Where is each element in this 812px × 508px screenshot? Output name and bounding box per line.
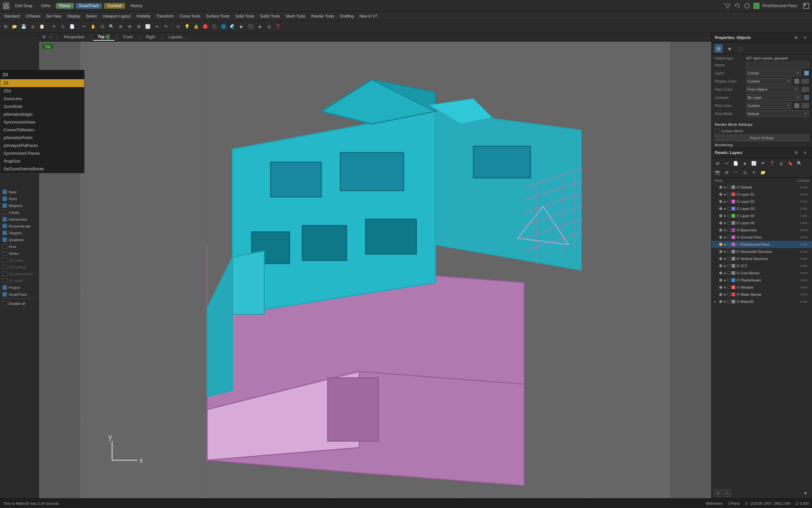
menu-transform[interactable]: Transform — [154, 13, 176, 19]
autocomplete-item-zoomends[interactable]: ZoomEnds — [0, 103, 84, 111]
layer-make2d-color[interactable] — [731, 300, 735, 304]
autocomplete-item-zoomlens[interactable]: ZoomLens — [0, 95, 84, 103]
layer-row-04[interactable]: ★ Layer 04 Conti... — [712, 212, 812, 219]
layer-01-dot[interactable] — [719, 193, 722, 196]
layer-02-color[interactable] — [731, 200, 735, 204]
adjust-settings-btn[interactable]: Adjust Settings — [715, 134, 809, 141]
autocomplete-item-zsa[interactable]: ZSA — [0, 87, 84, 95]
vp-grid-icon[interactable]: ⊞ — [40, 34, 47, 41]
viewport-canvas[interactable]: x y — [39, 42, 711, 498]
props-gear-icon[interactable]: ⚙ — [793, 34, 800, 41]
props-x-icon[interactable]: ✕ — [802, 34, 809, 41]
layer-plasterboard-dot[interactable] — [719, 279, 722, 282]
autocomplete-item-ptanalyzeflatfaces[interactable]: ptAnalyzeFlatFaces — [0, 142, 84, 150]
snap-oncurve-checkbox[interactable] — [3, 258, 7, 262]
autocomplete-item-ptserializepoints[interactable]: ptSerializePoints — [0, 134, 84, 142]
layer-basement-color[interactable] — [731, 228, 735, 232]
layer-icon-3d[interactable]: ◈ — [741, 159, 749, 167]
autocomplete-item-synchronizecplanes[interactable]: SynchronizeCPlanes — [0, 150, 84, 157]
layer-waterbarrier-color[interactable] — [731, 293, 735, 296]
tool-select-all[interactable]: ⊡ — [98, 23, 106, 31]
disable-all-checkbox[interactable] — [3, 301, 7, 305]
tool-help[interactable]: ❓ — [274, 23, 282, 31]
disable-all-btn[interactable]: Disable all — [0, 299, 39, 307]
display-color-swatch[interactable] — [795, 79, 799, 84]
tool-pan[interactable]: ✋ — [89, 23, 97, 31]
layer-icon-print[interactable]: 🖨 — [777, 159, 785, 167]
vp-tab-perspective[interactable]: Perspective — [59, 34, 89, 40]
snap-center-checkbox[interactable] — [3, 210, 7, 214]
snap-vertex[interactable]: Vertex — [0, 250, 39, 257]
layer-icon-panel[interactable]: ⬜ — [750, 159, 758, 167]
layer-corkblocks-dot[interactable] — [719, 271, 722, 274]
layer-row-basement[interactable]: ★ Basement Conti... — [712, 226, 812, 234]
snap-vertex-checkbox[interactable] — [3, 251, 7, 255]
layer-row-03[interactable]: ★ Layer 03 Conti... — [712, 205, 812, 212]
snap-near-checkbox[interactable] — [3, 190, 7, 194]
snap-onpolysurface-checkbox[interactable] — [3, 272, 7, 276]
tool-color3[interactable]: 🌐 — [219, 23, 228, 31]
snap-midpoint-checkbox[interactable] — [3, 204, 7, 208]
snap-smarttrack[interactable]: SmartTrack — [0, 291, 39, 298]
ortho-btn[interactable]: Ortho — [38, 3, 54, 9]
layers-x-icon[interactable]: ✕ — [802, 149, 809, 156]
layer-03-dot[interactable] — [719, 207, 722, 210]
menu-viewport-layout[interactable]: Viewport Layout — [100, 13, 133, 19]
layer-row-firstsecond[interactable]: ★ First/Second Floor Conti... — [712, 241, 812, 248]
snap-point[interactable]: Point — [0, 195, 39, 202]
layer-icon-ring[interactable]: ◎ — [741, 168, 749, 176]
snap-onmesh[interactable]: On mesh — [0, 277, 39, 284]
layers-del-btn[interactable]: − — [723, 490, 730, 497]
tool-window[interactable]: ⊞ — [135, 23, 143, 31]
menu-select[interactable]: Select — [84, 13, 99, 19]
layer-basement-dot[interactable] — [719, 228, 722, 232]
snap-oncurve[interactable]: On curve — [0, 257, 39, 264]
prop-tab-object[interactable]: ◎ — [714, 44, 723, 53]
display-color-select[interactable]: Custom ▼ — [746, 78, 791, 85]
print-color-select[interactable]: Custom ▼ — [746, 102, 791, 109]
layer-02-dot[interactable] — [719, 200, 722, 203]
tool-copy[interactable]: 📋 — [38, 23, 46, 31]
autocomplete-item-ptserializeedges[interactable]: ptSerializeEdges — [0, 111, 84, 118]
layer-05-color[interactable] — [731, 221, 735, 225]
history-btn[interactable]: History — [127, 3, 145, 9]
layer-row-corkblocks[interactable]: ★ Cork Blocks Conti... — [712, 269, 812, 277]
smarttrack-btn[interactable]: SmartTrack — [76, 3, 102, 9]
tool-copy2[interactable]: ⎘ — [59, 23, 67, 31]
tool-grid2[interactable]: ⬜ — [144, 23, 152, 31]
layer-firstsecond-color[interactable] — [731, 243, 735, 246]
linetype-select[interactable]: By Layer ▼ — [746, 94, 801, 101]
undo-icon[interactable] — [734, 3, 741, 9]
autocomplete-item-setzoomextentsborder[interactable]: SetZoomExtentsBorder — [0, 165, 84, 173]
tool-move[interactable]: ⇔ — [153, 23, 161, 31]
print-color-swatch[interactable] — [795, 103, 799, 108]
snap-smarttrack-checkbox[interactable] — [3, 292, 7, 296]
layer-04-dot[interactable] — [719, 214, 722, 217]
custom-mesh-checkbox[interactable] — [715, 129, 719, 133]
layers-gear-icon[interactable]: ⚙ — [793, 149, 800, 156]
layer-row-plasterboard[interactable]: ★ Plasterboard Conti... — [712, 277, 812, 284]
tool-save[interactable]: 💾 — [19, 23, 28, 31]
vp-rect-icon[interactable]: □ — [48, 34, 55, 41]
layer-row-window[interactable]: ★ Window Conti... — [712, 284, 812, 291]
snap-point-checkbox[interactable] — [3, 197, 7, 201]
tool-search[interactable]: 🔍 — [107, 23, 115, 31]
layers-toggle-btn[interactable]: ▼ — [802, 489, 809, 497]
layer-hstruct-color[interactable] — [731, 250, 735, 254]
grid-snap-btn[interactable]: Grid Snap — [12, 3, 36, 9]
snap-onpolysurface[interactable]: On polysurface — [0, 270, 39, 277]
snap-knot[interactable]: Knot — [0, 243, 39, 250]
menu-new-v7[interactable]: New in V7 — [357, 13, 380, 19]
menu-cplanes[interactable]: CPlanes — [23, 13, 43, 19]
print-width-select[interactable]: Default ▼ — [746, 111, 809, 117]
menu-setview[interactable]: Set View — [44, 13, 64, 19]
menu-surface-tools[interactable]: Surface Tools — [203, 13, 232, 19]
color-swatch[interactable] — [754, 3, 759, 9]
layer-window-dot[interactable] — [719, 286, 722, 289]
layer-row-clt[interactable]: ★ CLT Conti... — [712, 262, 812, 269]
layer-row-default[interactable]: ★ Default Conti... — [712, 184, 812, 191]
autocomplete-item-zs[interactable]: ZS — [0, 79, 84, 87]
tool-light[interactable]: 💡 — [183, 23, 191, 31]
snap-midpoint[interactable]: Midpoint — [0, 202, 39, 209]
layers-add-btn[interactable]: + — [714, 490, 721, 497]
